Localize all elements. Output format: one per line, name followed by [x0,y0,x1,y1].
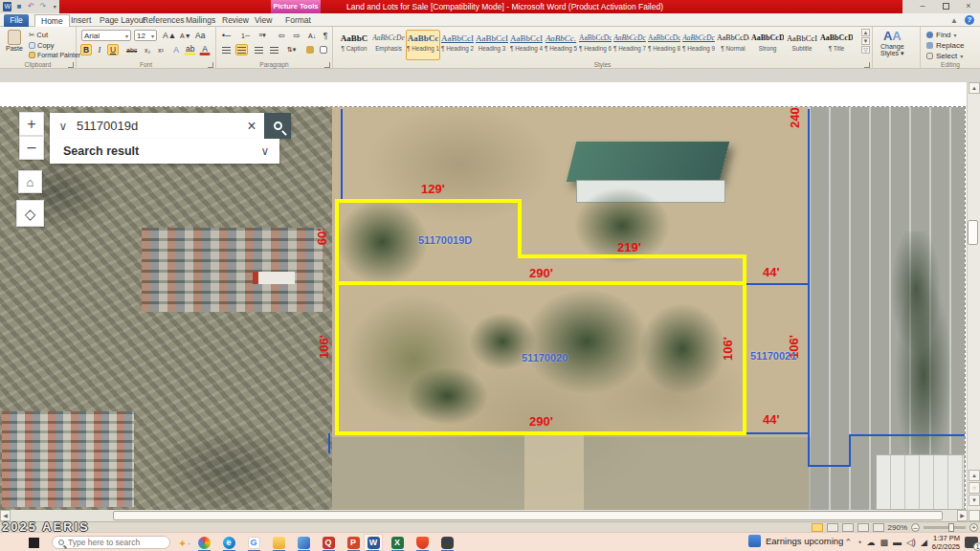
style-subtitle[interactable]: AaBbCcISubtitle [785,30,819,60]
map-zoom-out-button[interactable]: – [19,136,44,160]
restore-icon[interactable] [938,2,953,11]
edge-icon[interactable]: e [221,536,236,549]
start-button[interactable] [29,538,39,548]
copilot-icon[interactable]: ✦ [178,537,190,550]
styles-scroll-up-icon[interactable]: ▲ [861,29,870,36]
horizontal-scroll-thumb[interactable] [113,511,943,520]
save-icon[interactable]: ■ [14,2,23,11]
style-normal[interactable]: AaBbCcDc¶ Normal [716,30,750,60]
network-icon[interactable]: ◢ [921,538,927,547]
outline-view-icon[interactable] [858,523,869,532]
brave-icon[interactable] [414,536,430,549]
zoom-slider-thumb[interactable] [948,523,954,532]
style-heading-5[interactable]: AaBbCc.¶ Heading 5 [544,30,578,60]
styles-dialog-launcher[interactable] [864,62,870,68]
styles-scroll-down-icon[interactable]: ▼ [861,37,870,45]
numbering-icon[interactable]: 1─ [239,30,252,41]
find-button[interactable]: Find▾ [926,30,957,40]
zoom-level[interactable]: 290% [888,523,907,532]
search-dropdown-icon[interactable]: ∨ [50,120,77,133]
search-submit-button[interactable] [264,113,291,139]
change-styles-button[interactable]: AA Change Styles ▾ [880,29,904,57]
search-result-panel[interactable]: Search result ∨ [50,139,279,164]
shrink-font-icon[interactable]: A▼ [178,30,193,41]
style-heading-1[interactable]: AaBbCc¶ Heading 1 [406,30,440,60]
style-emphasis[interactable]: AaBbCcDeEmphasis [371,30,406,60]
search-clear-icon[interactable]: × [239,118,264,135]
map-zoom-in-button[interactable]: + [19,112,44,136]
style-heading-9[interactable]: AaBbCcDc¶ Heading 9 [681,30,716,60]
pilcrow-icon[interactable]: ¶ [320,30,331,41]
strikethrough-icon[interactable]: abc [124,44,139,55]
font-size-select[interactable]: 12▾ [134,30,157,41]
close-icon[interactable]: × [961,2,976,11]
aerial-map-picture[interactable]: 129' 60' 219' 290' 44' 106' 106' 106' 24… [0,107,965,510]
battery-icon[interactable]: ▬ [893,538,902,547]
zoom-slider[interactable] [924,526,966,529]
hidden-icons-chevron-icon[interactable]: ⌃ [844,538,852,547]
font-color-icon[interactable]: A [199,44,211,55]
word-taskbar-icon-active[interactable]: W [364,534,383,551]
powerpoint-icon[interactable]: P [345,536,361,549]
font-dialog-launcher[interactable] [208,62,213,68]
tab-insert[interactable]: Insert [65,14,97,27]
web-layout-view-icon[interactable] [842,523,854,532]
align-right-icon[interactable] [253,44,265,55]
align-center-icon[interactable] [235,44,248,55]
style-heading-8[interactable]: AaBbCcDc¶ Heading 8 [647,30,681,60]
style-strong[interactable]: AaBbCcDdStrong [750,30,785,60]
justify-icon[interactable] [268,44,280,55]
display-icon[interactable]: ▩ [880,538,888,547]
decrease-indent-icon[interactable]: ⇦ [276,30,287,41]
scroll-right-icon[interactable]: ▶ [957,510,968,521]
style-title[interactable]: AaBbCcDdl¶ Title [819,30,854,60]
line-spacing-icon[interactable]: ⇅▾ [285,44,298,55]
shading-icon[interactable] [304,44,316,55]
qat-dropdown-icon[interactable]: ▾ [51,2,59,11]
format-painter-button[interactable]: Format Painter [29,52,80,58]
browse-object-icon[interactable]: ○ [969,482,980,494]
multilevel-list-icon[interactable]: ≡▾ [256,30,268,41]
vertical-scroll-thumb[interactable] [968,220,978,245]
style-heading-3[interactable]: AaBbCcIHeading 3 [475,30,509,60]
result-chevron-down-icon[interactable]: ∨ [251,144,279,158]
car-app-icon[interactable] [439,536,455,549]
clock-tray-icon[interactable]: ◔ [857,538,861,547]
text-effects-icon[interactable]: A [170,44,182,55]
map-home-button[interactable]: ⌂ [18,170,42,193]
italic-button[interactable]: I [94,44,105,55]
zoom-in-icon[interactable]: + [969,523,978,532]
notification-toast[interactable]: Earnings upcoming [748,535,843,547]
chrome-icon[interactable] [196,536,212,549]
photos-icon[interactable] [296,536,311,549]
map-locate-button[interactable]: ◇ [16,200,44,227]
replace-button[interactable]: Replace [926,40,964,51]
draft-view-icon[interactable] [873,523,884,532]
taskbar-search-box[interactable] [52,536,170,549]
scroll-next-page-icon[interactable]: ▼ [969,495,980,506]
taskbar-search-input[interactable] [68,538,164,547]
select-button[interactable]: Select▾ [926,51,963,61]
style-heading-2[interactable]: AaBbCcI¶ Heading 2 [440,30,475,60]
sort-icon[interactable]: A↓ [306,30,318,41]
borders-icon[interactable] [318,44,329,55]
highlight-color-icon[interactable]: ab [184,44,196,55]
bold-button[interactable]: B [80,44,92,55]
minimize-icon[interactable]: – [915,2,930,11]
style-heading-7[interactable]: AaBbCcDc¶ Heading 7 [612,30,647,60]
zoom-out-icon[interactable]: – [911,523,920,532]
change-case-icon[interactable]: Aa [193,30,207,41]
tab-mailings[interactable]: Mailings [180,14,221,27]
paragraph-dialog-launcher[interactable] [324,62,330,68]
style-heading-6[interactable]: AaBbCcDc¶ Heading 6 [578,30,612,60]
help-icon[interactable]: ? [965,15,974,25]
tab-file[interactable]: File [4,14,29,27]
quickbooks-icon[interactable]: Q [321,536,336,549]
redo-icon[interactable]: ↷ [38,2,47,11]
volume-icon[interactable]: ◁) [906,538,916,547]
notification-center-icon[interactable]: 1 [965,537,978,548]
vertical-scrollbar[interactable]: ▲ ▲ ○ ▼ [967,82,980,510]
style-caption[interactable]: AaBbC¶ Caption [337,30,371,60]
collapse-ribbon-icon[interactable]: ▲ [950,16,958,25]
font-family-select[interactable]: Arial▾ [81,30,131,41]
